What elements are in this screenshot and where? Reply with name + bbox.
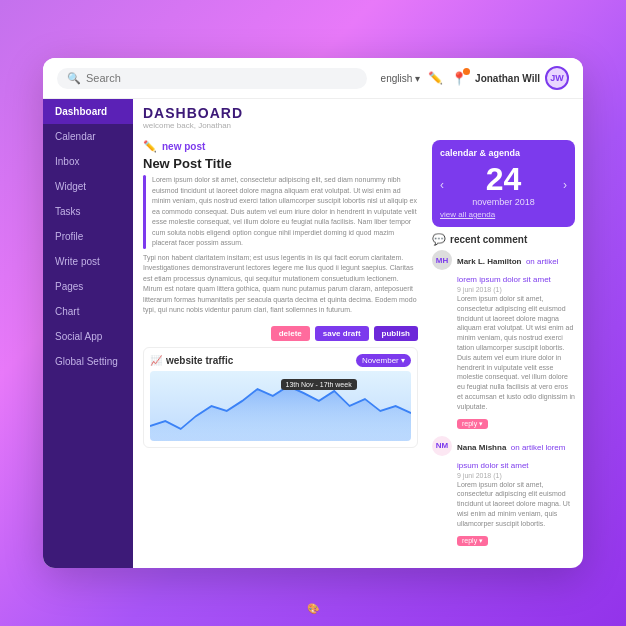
comment-item: MH Mark L. Hamilton on artikel lorem ips… [432, 250, 575, 430]
new-post-section: ✏️ new post New Post Title Lorem ipsum d… [143, 140, 418, 316]
post-body: Lorem ipsum dolor sit amet, consectetur … [143, 175, 418, 249]
calendar-nav: ‹ 24 november 2018 › [440, 163, 567, 207]
sidebar-item-inbox[interactable]: Inbox [43, 149, 133, 174]
chart-area: 13th Nov - 17th week [150, 371, 411, 441]
search-bar[interactable]: 🔍 [57, 68, 367, 89]
left-panel: ✏️ new post New Post Title Lorem ipsum d… [133, 132, 428, 568]
traffic-section: 📈 website traffic November ▾ [143, 347, 418, 448]
search-input[interactable] [86, 72, 357, 84]
sidebar-item-dashboard[interactable]: Dashboard [43, 99, 133, 124]
avatar-nana: NM [432, 436, 452, 456]
reply-button-2[interactable]: reply ▾ [457, 536, 488, 546]
body: DashboardCalendarInboxWidgetTasksProfile… [43, 99, 583, 568]
pencil-icon: ✏️ [143, 140, 157, 153]
sidebar-item-calendar[interactable]: Calendar [43, 124, 133, 149]
save-draft-button[interactable]: save draft [315, 326, 369, 341]
header-icons: ✏️ 📍 [428, 71, 467, 86]
notification-icon[interactable]: 📍 [451, 71, 467, 86]
prev-month-button[interactable]: ‹ [440, 178, 444, 192]
avatar-mark: MH [432, 250, 452, 270]
comment-icon: 💬 [432, 233, 446, 246]
main-inner: ✏️ new post New Post Title Lorem ipsum d… [133, 132, 583, 568]
sidebar-item-chart[interactable]: Chart [43, 299, 133, 324]
page-header: DASHBOARD welcome back, Jonathan [133, 99, 583, 132]
reply-button-1[interactable]: reply ▾ [457, 419, 488, 429]
traffic-header: 📈 website traffic November ▾ [150, 354, 411, 367]
sidebar-item-widget[interactable]: Widget [43, 174, 133, 199]
calendar-widget: calendar & agenda ‹ 24 november 2018 › v… [432, 140, 575, 227]
post-text-2: Typi non habent claritatem insitam; est … [143, 253, 418, 316]
sidebar: DashboardCalendarInboxWidgetTasksProfile… [43, 99, 133, 568]
comment-time-1: 9 juni 2018 (1) [457, 286, 575, 293]
chart-tooltip: 13th Nov - 17th week [281, 379, 357, 390]
publish-button[interactable]: publish [374, 326, 418, 341]
comment-text-2: Lorem ipsum dolor sit amet, consectetur … [457, 480, 575, 529]
section-header: ✏️ new post [143, 140, 418, 153]
delete-button[interactable]: delete [271, 326, 310, 341]
post-text: Lorem ipsum dolor sit amet, consectetur … [152, 175, 418, 249]
recent-comment-section: 💬 recent comment MH Mark L. Hamilton on … [432, 233, 575, 553]
recent-title-area: 💬 recent comment [432, 233, 575, 246]
language-selector[interactable]: english ▾ [381, 73, 420, 84]
comment-text-1: Lorem ipsum dolor sit amet, consectetur … [457, 294, 575, 412]
traffic-title-area: 📈 website traffic [150, 355, 233, 366]
dashboard-card: 🔍 english ▾ ✏️ 📍 Jonathan Will JW Dashbo… [43, 58, 583, 568]
sidebar-item-social-app[interactable]: Social App [43, 324, 133, 349]
post-title: New Post Title [143, 156, 418, 171]
notif-badge [463, 68, 470, 75]
post-bar [143, 175, 146, 249]
freepik-logo: 🎨 [307, 603, 319, 614]
right-panel: calendar & agenda ‹ 24 november 2018 › v… [428, 132, 583, 568]
month-selector[interactable]: November ▾ [356, 354, 411, 367]
sidebar-item-profile[interactable]: Profile [43, 224, 133, 249]
comment-content-2: Nana Mishna on artikel lorem ipsum dolor… [457, 436, 575, 547]
page-title: DASHBOARD [143, 105, 573, 121]
recent-comment-title: recent comment [450, 234, 527, 245]
chart-icon: 📈 [150, 355, 162, 366]
sidebar-item-write-post[interactable]: Write post [43, 249, 133, 274]
comment-author-line: Mark L. Hamilton on artikel lorem ipsum … [457, 250, 575, 286]
comment-author-1: Mark L. Hamilton [457, 257, 521, 266]
search-icon: 🔍 [67, 72, 81, 85]
avatar[interactable]: JW [545, 66, 569, 90]
page-subtitle: welcome back, Jonathan [143, 121, 573, 130]
footer: 🎨 [0, 603, 626, 614]
edit-icon[interactable]: ✏️ [428, 71, 443, 85]
main-area: DASHBOARD welcome back, Jonathan ✏️ new … [133, 99, 583, 568]
header: 🔍 english ▾ ✏️ 📍 Jonathan Will JW [43, 58, 583, 99]
calendar-date: 24 [472, 163, 535, 195]
action-buttons: delete save draft publish [143, 326, 418, 341]
section-title: new post [162, 141, 205, 152]
comment-item-2: NM Nana Mishna on artikel lorem ipsum do… [432, 436, 575, 547]
traffic-title: website traffic [166, 355, 233, 366]
sidebar-item-global-setting[interactable]: Global Setting [43, 349, 133, 374]
calendar-month: november 2018 [472, 197, 535, 207]
view-agenda-link[interactable]: view all agenda [440, 210, 567, 219]
comment-time-2: 9 juni 2018 (1) [457, 472, 575, 479]
comment-author-2: Nana Mishna [457, 443, 506, 452]
calendar-title: calendar & agenda [440, 148, 567, 158]
user-name: Jonathan Will [475, 73, 540, 84]
sidebar-item-pages[interactable]: Pages [43, 274, 133, 299]
sidebar-item-tasks[interactable]: Tasks [43, 199, 133, 224]
next-month-button[interactable]: › [563, 178, 567, 192]
user-info: Jonathan Will JW [475, 66, 569, 90]
comment-author-line-2: Nana Mishna on artikel lorem ipsum dolor… [457, 436, 575, 472]
comment-content-1: Mark L. Hamilton on artikel lorem ipsum … [457, 250, 575, 430]
